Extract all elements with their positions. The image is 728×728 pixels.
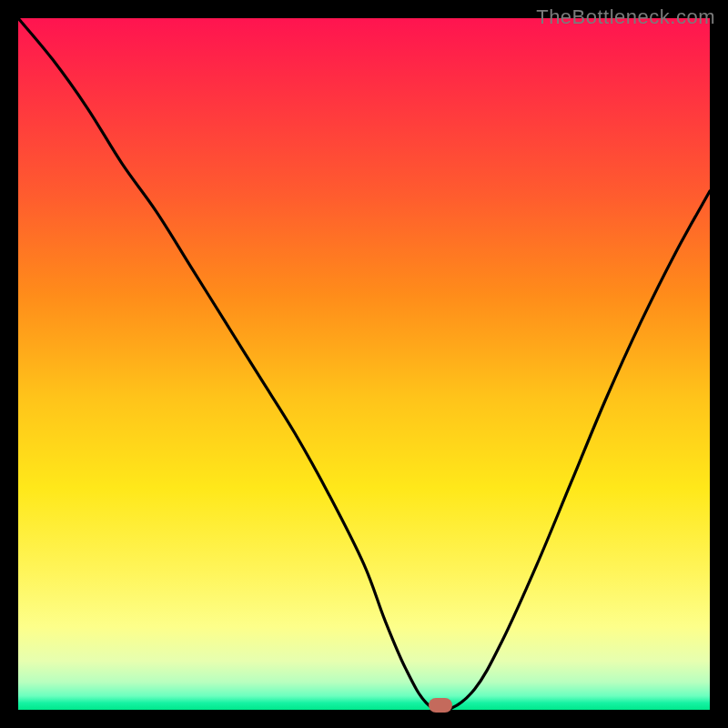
optimal-point-marker	[429, 698, 452, 713]
chart-frame: TheBottleneck.com	[0, 0, 728, 728]
plot-area	[18, 18, 710, 710]
bottleneck-curve	[18, 18, 710, 710]
curve-path	[18, 18, 710, 710]
watermark-text: TheBottleneck.com	[536, 5, 715, 29]
